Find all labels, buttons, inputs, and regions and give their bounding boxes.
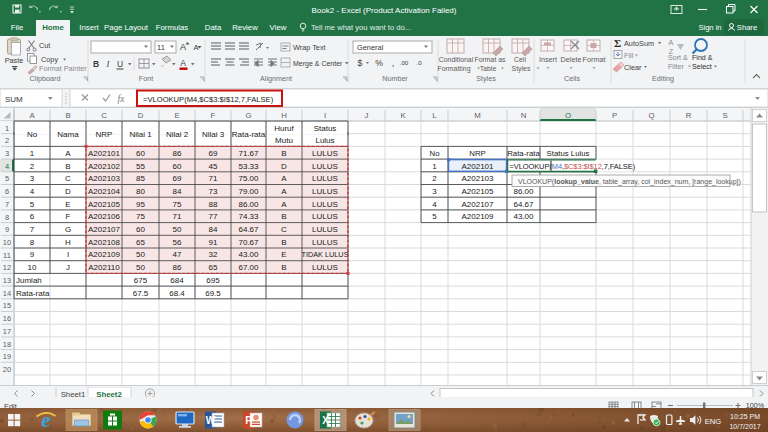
svg-text:Clear: Clear bbox=[624, 63, 642, 72]
svg-text:43.00: 43.00 bbox=[513, 212, 534, 221]
svg-text:73: 73 bbox=[209, 187, 218, 196]
svg-text:Formulas: Formulas bbox=[156, 23, 189, 32]
svg-text:LULUS: LULUS bbox=[312, 149, 338, 158]
svg-text:e: e bbox=[41, 408, 50, 432]
svg-text:69: 69 bbox=[209, 149, 218, 158]
svg-text:84: 84 bbox=[173, 187, 182, 196]
svg-text:M: M bbox=[474, 111, 481, 120]
svg-text:A: A bbox=[281, 174, 287, 183]
svg-text:NRP: NRP bbox=[469, 149, 485, 158]
svg-text:5: 5 bbox=[30, 200, 35, 209]
svg-text:=VLOOKUP(M4,$C$3:$I$12,7,FALSE: =VLOOKUP(M4,$C$3:$I$12,7,FALSE) bbox=[143, 95, 274, 104]
svg-text:Formatting: Formatting bbox=[438, 65, 471, 73]
svg-text:B: B bbox=[281, 238, 286, 247]
svg-text:3: 3 bbox=[30, 174, 35, 183]
svg-text:675: 675 bbox=[134, 276, 148, 285]
svg-text:Nama: Nama bbox=[57, 130, 79, 139]
svg-text:Mutu: Mutu bbox=[275, 136, 293, 145]
svg-text:45: 45 bbox=[209, 162, 218, 171]
svg-text:VLOOKUP(lookup_value, table_ar: VLOOKUP(lookup_value, table_array, col_i… bbox=[518, 178, 741, 186]
svg-text:10/7/2017: 10/7/2017 bbox=[729, 423, 760, 430]
svg-text:Page Layout: Page Layout bbox=[104, 23, 149, 32]
svg-text:7: 7 bbox=[5, 200, 9, 209]
svg-text:Select: Select bbox=[692, 63, 712, 71]
svg-text:O: O bbox=[565, 111, 571, 120]
svg-text:74.33: 74.33 bbox=[238, 212, 259, 221]
svg-text:.0: .0 bbox=[416, 59, 422, 66]
svg-text:B: B bbox=[281, 212, 286, 221]
svg-text:LULUS: LULUS bbox=[312, 162, 338, 171]
svg-text:88: 88 bbox=[209, 200, 218, 209]
svg-text:50: 50 bbox=[136, 263, 145, 272]
svg-text:64.67: 64.67 bbox=[238, 225, 259, 234]
svg-text:F: F bbox=[211, 111, 216, 120]
svg-text:70.67: 70.67 bbox=[238, 238, 259, 247]
svg-text:Copy: Copy bbox=[41, 55, 58, 64]
svg-text:86.00: 86.00 bbox=[513, 187, 534, 196]
svg-text:3: 3 bbox=[5, 149, 9, 158]
svg-text:LULUS: LULUS bbox=[312, 225, 338, 234]
svg-text:Filter: Filter bbox=[668, 63, 684, 71]
svg-text:86: 86 bbox=[173, 263, 182, 272]
svg-text:A202103: A202103 bbox=[88, 174, 121, 183]
svg-text:8: 8 bbox=[30, 238, 35, 247]
svg-text:75: 75 bbox=[136, 212, 145, 221]
svg-text:69: 69 bbox=[173, 174, 182, 183]
svg-text:Conditional: Conditional bbox=[439, 56, 474, 63]
svg-text:9: 9 bbox=[30, 250, 35, 259]
svg-text:A202106: A202106 bbox=[88, 212, 121, 221]
svg-text:68.4: 68.4 bbox=[169, 289, 185, 298]
svg-text:14: 14 bbox=[3, 289, 11, 298]
svg-text:Huruf: Huruf bbox=[274, 124, 294, 133]
svg-text:11: 11 bbox=[157, 43, 165, 52]
svg-text:=VLOOKUP(M4,$C$3:$I$12,7,FALSE: =VLOOKUP(M4,$C$3:$I$12,7,FALSE) bbox=[510, 162, 636, 171]
svg-text:Styles: Styles bbox=[476, 74, 496, 83]
svg-text:Rata-rata: Rata-rata bbox=[232, 130, 266, 139]
svg-text:A202101: A202101 bbox=[88, 149, 121, 158]
svg-text:B: B bbox=[65, 111, 70, 120]
svg-text:6: 6 bbox=[30, 212, 35, 221]
svg-text:Status: Status bbox=[314, 124, 337, 133]
svg-text:A: A bbox=[180, 58, 186, 68]
svg-text:10: 10 bbox=[3, 238, 11, 247]
svg-text:LULUS: LULUS bbox=[312, 187, 338, 196]
svg-text:56: 56 bbox=[173, 238, 182, 247]
svg-text:Rata-rata: Rata-rata bbox=[16, 289, 50, 298]
svg-text:Book2 - Excel (Product Activat: Book2 - Excel (Product Activation Failed… bbox=[312, 6, 457, 15]
svg-text:LULUS: LULUS bbox=[312, 238, 338, 247]
svg-text:2: 2 bbox=[30, 162, 35, 171]
svg-text:7: 7 bbox=[30, 225, 35, 234]
svg-text:J: J bbox=[66, 263, 70, 272]
svg-text:17: 17 bbox=[3, 327, 11, 336]
svg-text:Format: Format bbox=[583, 55, 606, 64]
svg-text:86: 86 bbox=[173, 149, 182, 158]
svg-text:A202101: A202101 bbox=[461, 162, 494, 171]
svg-text:75: 75 bbox=[173, 200, 182, 209]
svg-text:Sign in: Sign in bbox=[698, 23, 721, 32]
svg-text:10:25 PM: 10:25 PM bbox=[730, 413, 760, 420]
svg-text:69.5: 69.5 bbox=[205, 289, 221, 298]
svg-text:I: I bbox=[67, 250, 69, 259]
svg-text:A202107: A202107 bbox=[461, 200, 494, 209]
svg-text:fx: fx bbox=[118, 94, 126, 104]
svg-text:60: 60 bbox=[136, 225, 145, 234]
svg-text:Cells: Cells bbox=[564, 74, 580, 83]
svg-text:E: E bbox=[174, 111, 179, 120]
svg-text:Share: Share bbox=[737, 23, 757, 32]
svg-text:86.00: 86.00 bbox=[238, 200, 259, 209]
svg-text:A202103: A202103 bbox=[461, 174, 494, 183]
svg-text:6: 6 bbox=[5, 187, 9, 196]
svg-text:55: 55 bbox=[136, 162, 145, 171]
svg-text:LULUS: LULUS bbox=[312, 212, 338, 221]
svg-text:A: A bbox=[281, 187, 287, 196]
svg-text:LULUS: LULUS bbox=[312, 200, 338, 209]
svg-text:47: 47 bbox=[173, 250, 182, 259]
svg-text:Cut: Cut bbox=[39, 41, 50, 50]
svg-text:LULUS: LULUS bbox=[312, 174, 338, 183]
svg-text:Table: Table bbox=[480, 65, 497, 72]
svg-text:AutoSum: AutoSum bbox=[624, 39, 654, 48]
svg-text:65: 65 bbox=[136, 238, 145, 247]
svg-text:R: R bbox=[686, 111, 692, 120]
svg-text:695: 695 bbox=[206, 276, 220, 285]
svg-text:Sort &: Sort & bbox=[668, 54, 688, 62]
